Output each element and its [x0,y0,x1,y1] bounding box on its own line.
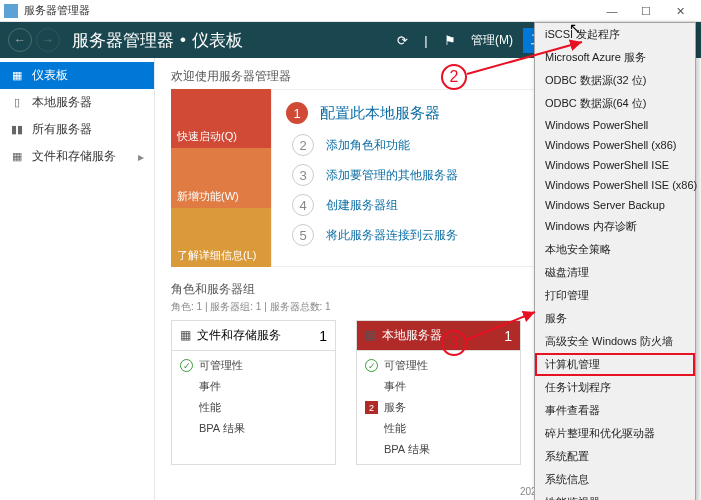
tile-row-label: BPA 结果 [199,421,245,436]
sidebar-item-all[interactable]: ▮▮所有服务器 [0,116,154,143]
annotation-3: 3 [441,330,467,356]
error-icon: 2 [365,401,378,414]
dropdown-item[interactable]: 性能监视器 [535,491,695,500]
tile-row[interactable]: 事件 [365,376,512,397]
tile-row[interactable]: BPA 结果 [180,418,327,439]
divider-icon: | [415,29,437,51]
tile-count: 1 [319,328,327,344]
tile-row-label: 事件 [384,379,406,394]
tile-row-label: 服务 [384,400,406,415]
tile-row-label: BPA 结果 [384,442,430,457]
dropdown-item[interactable]: 服务 [535,307,695,330]
dropdown-item[interactable]: 系统配置 [535,445,695,468]
sidebar: ▦仪表板 ▯本地服务器 ▮▮所有服务器 ▦文件和存储服务▸ [0,58,155,500]
step-number: 5 [292,224,314,246]
tile-row[interactable]: BPA 结果 [365,439,512,460]
minimize-button[interactable]: — [595,1,629,21]
tab-quickstart[interactable]: 快速启动(Q) [171,89,271,148]
tile-header: ▦文件和存储服务1 [172,321,335,350]
chevron-right-icon: ▸ [138,150,144,164]
breadcrumb-leaf: 仪表板 [192,29,243,52]
maximize-button[interactable]: ☐ [629,1,663,21]
tile-row-label: 性能 [384,421,406,436]
breadcrumb: 服务器管理器 • 仪表板 [72,29,243,52]
dropdown-item[interactable]: 任务计划程序 [535,376,695,399]
tile-icon: ▦ [365,328,376,342]
quickstart-title: 配置此本地服务器 [320,104,440,123]
refresh-icon[interactable]: ⟳ [391,29,413,51]
close-button[interactable]: ✕ [663,1,697,21]
step-number: 1 [286,102,308,124]
servers-icon: ▮▮ [10,123,24,137]
dropdown-item[interactable]: ODBC 数据源(64 位) [535,92,695,115]
back-button[interactable]: ← [8,28,32,52]
window-title: 服务器管理器 [24,3,595,18]
dropdown-item[interactable]: 计算机管理 [535,353,695,376]
tools-dropdown: iSCSI 发起程序Microsoft Azure 服务ODBC 数据源(32 … [534,22,696,500]
menu-manage[interactable]: 管理(M) [463,28,521,53]
dropdown-item[interactable]: Windows PowerShell (x86) [535,135,695,155]
dashboard-icon: ▦ [10,69,24,83]
tile-row[interactable]: ✓可管理性 [180,355,327,376]
tile-icon: ▦ [180,328,191,342]
sidebar-item-label: 文件和存储服务 [32,148,116,165]
chevron-right-icon: • [180,30,186,50]
tab-whatsnew[interactable]: 新增功能(W) [171,148,271,207]
forward-button[interactable]: → [36,28,60,52]
quickstart-link: 添加角色和功能 [326,137,410,154]
tile-row[interactable]: 性能 [365,418,512,439]
tile[interactable]: ▦文件和存储服务1✓可管理性事件性能BPA 结果 [171,320,336,465]
step-number: 2 [292,134,314,156]
dropdown-item[interactable]: Microsoft Azure 服务 [535,46,695,69]
dropdown-item[interactable]: Windows 内存诊断 [535,215,695,238]
dropdown-item[interactable]: 打印管理 [535,284,695,307]
sidebar-item-label: 仪表板 [32,67,68,84]
ok-icon: ✓ [365,359,378,372]
app-icon [4,4,18,18]
quickstart-link: 将此服务器连接到云服务 [326,227,458,244]
tile-row[interactable]: 事件 [180,376,327,397]
dropdown-item[interactable]: Windows Server Backup [535,195,695,215]
tile-row-label: 可管理性 [384,358,428,373]
quickstart-link: 添加要管理的其他服务器 [326,167,458,184]
tile-row[interactable]: 性能 [180,397,327,418]
tile-header: ▦本地服务器1 [357,321,520,350]
breadcrumb-root: 服务器管理器 [72,29,174,52]
sidebar-item-storage[interactable]: ▦文件和存储服务▸ [0,143,154,170]
annotation-2: 2 [441,64,467,90]
dropdown-item[interactable]: 高级安全 Windows 防火墙 [535,330,695,353]
tab-learnmore[interactable]: 了解详细信息(L) [171,208,271,267]
dropdown-item[interactable]: Windows PowerShell ISE [535,155,695,175]
tile-row-label: 事件 [199,379,221,394]
storage-icon: ▦ [10,150,24,164]
dropdown-item[interactable]: iSCSI 发起程序 [535,23,695,46]
sidebar-item-label: 本地服务器 [32,94,92,111]
tile[interactable]: ▦本地服务器1✓可管理性事件2服务性能BPA 结果 [356,320,521,465]
tile-title: 文件和存储服务 [197,328,281,342]
server-icon: ▯ [10,96,24,110]
step-number: 3 [292,164,314,186]
dropdown-item[interactable]: 系统信息 [535,468,695,491]
dropdown-item[interactable]: ODBC 数据源(32 位) [535,69,695,92]
sidebar-item-dashboard[interactable]: ▦仪表板 [0,62,154,89]
quickstart-link: 创建服务器组 [326,197,398,214]
title-bar: 服务器管理器 — ☐ ✕ [0,0,701,22]
tile-count: 1 [504,328,512,344]
dropdown-item[interactable]: 事件查看器 [535,399,695,422]
sidebar-item-label: 所有服务器 [32,121,92,138]
dropdown-item[interactable]: 磁盘清理 [535,261,695,284]
cursor-icon: ↖ [569,20,581,36]
tile-row[interactable]: ✓可管理性 [365,355,512,376]
tile-row-label: 性能 [199,400,221,415]
step-number: 4 [292,194,314,216]
flag-icon[interactable]: ⚑ [439,29,461,51]
tile-row[interactable]: 2服务 [365,397,512,418]
dropdown-item[interactable]: Windows PowerShell ISE (x86) [535,175,695,195]
sidebar-item-local[interactable]: ▯本地服务器 [0,89,154,116]
dropdown-item[interactable]: 碎片整理和优化驱动器 [535,422,695,445]
ok-icon: ✓ [180,359,193,372]
side-tabs: 快速启动(Q) 新增功能(W) 了解详细信息(L) [171,89,271,267]
tile-row-label: 可管理性 [199,358,243,373]
dropdown-item[interactable]: Windows PowerShell [535,115,695,135]
dropdown-item[interactable]: 本地安全策略 [535,238,695,261]
